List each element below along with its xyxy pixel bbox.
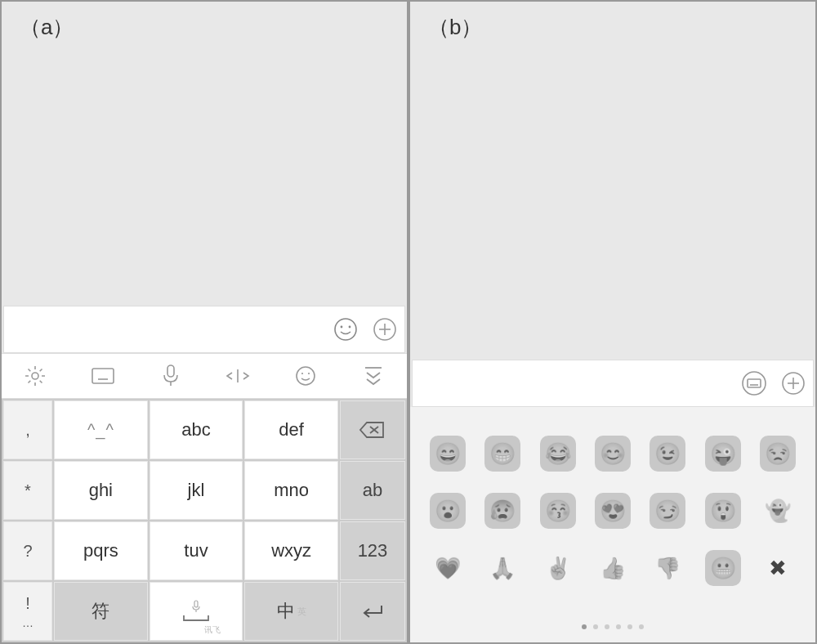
page-dot[interactable] xyxy=(593,624,598,629)
emoji-item[interactable]: 😬 xyxy=(705,550,741,586)
svg-point-24 xyxy=(743,372,766,395)
key-def[interactable]: def xyxy=(244,400,338,459)
side-key-question[interactable]: ? xyxy=(3,521,52,580)
t9-keypad: , ^_^ abc def * ghi jkl mno ab ? pqrs tu… xyxy=(2,399,407,642)
keyboard-toggle-button[interactable] xyxy=(734,364,774,403)
page-dot[interactable] xyxy=(639,624,644,629)
page-dot[interactable] xyxy=(616,624,621,629)
message-input-row-b xyxy=(412,360,814,407)
key-space[interactable]: 讯飞 xyxy=(150,582,243,641)
key-tuv[interactable]: tuv xyxy=(150,521,243,580)
key-123[interactable]: 123 xyxy=(340,521,405,580)
space-icon xyxy=(181,613,211,623)
cursor-button[interactable] xyxy=(204,366,272,386)
plus-icon xyxy=(780,370,806,396)
key-enter[interactable] xyxy=(340,582,405,641)
emoji-item[interactable]: 👻 xyxy=(760,493,796,529)
add-button-b[interactable] xyxy=(774,364,813,403)
smile-icon xyxy=(333,316,359,342)
key-language[interactable]: 中 英 xyxy=(244,582,338,641)
page-indicator xyxy=(425,616,801,629)
mic-small-icon xyxy=(191,600,201,613)
panel-a-content xyxy=(2,2,407,306)
svg-rect-7 xyxy=(92,369,114,383)
panel-b-content xyxy=(410,2,815,360)
svg-rect-22 xyxy=(194,601,198,607)
svg-point-18 xyxy=(308,373,310,374)
panel-b: （b） 😄 😁 😂 😊 😉 😜 � xyxy=(408,0,817,644)
settings-button[interactable] xyxy=(2,364,69,387)
emoji-item[interactable]: 😁 xyxy=(484,436,520,472)
emoji-item[interactable]: 😄 xyxy=(430,436,466,472)
key-abc[interactable]: abc xyxy=(150,400,243,459)
key-ghi[interactable]: ghi xyxy=(54,461,148,520)
emoji-item[interactable]: 😉 xyxy=(650,436,685,472)
emoji-panel: 😄 😁 😂 😊 😉 😜 😒 😮 😰 😚 😍 😏 😲 👻 💗 🙏 ✌ 👍 👎 😬 … xyxy=(410,407,815,642)
message-input[interactable] xyxy=(9,311,326,347)
emoji-item[interactable]: 😲 xyxy=(705,493,741,529)
keyboard-round-icon xyxy=(740,369,768,397)
svg-point-0 xyxy=(335,319,356,340)
key-ab[interactable]: ab xyxy=(340,461,405,520)
svg-rect-13 xyxy=(167,365,174,377)
emoji-item[interactable]: 😍 xyxy=(595,493,631,529)
smile-outline-icon xyxy=(294,364,317,387)
emoji-delete[interactable]: ✖ xyxy=(760,550,796,586)
emoji-toggle-button[interactable] xyxy=(326,310,365,349)
gear-icon xyxy=(24,364,47,387)
emoji-item[interactable]: 😮 xyxy=(430,493,466,529)
chevrons-down-icon xyxy=(362,365,385,387)
message-input-b[interactable] xyxy=(417,366,730,400)
page-dot[interactable] xyxy=(582,624,587,629)
key-pqrs[interactable]: pqrs xyxy=(54,521,148,580)
voice-button[interactable] xyxy=(136,364,204,388)
emoji-item[interactable]: 👍 xyxy=(595,550,631,586)
svg-point-2 xyxy=(349,326,351,329)
emoji-item[interactable]: ✌ xyxy=(540,550,576,586)
emoji-grid-rows: 😄 😁 😂 😊 😉 😜 😒 😮 😰 😚 😍 😏 😲 👻 💗 🙏 ✌ 👍 👎 😬 … xyxy=(425,428,801,616)
side-key-asterisk[interactable]: * xyxy=(3,461,52,520)
side-key-exclaim[interactable]: ! … xyxy=(3,582,52,641)
emoji-item[interactable]: 💗 xyxy=(430,550,466,586)
mic-icon xyxy=(162,364,180,388)
key-jkl[interactable]: jkl xyxy=(150,461,243,520)
ime-toolbar xyxy=(2,353,407,399)
svg-point-6 xyxy=(32,373,38,379)
emoji-item[interactable]: 😂 xyxy=(540,436,576,472)
enter-icon xyxy=(360,602,385,620)
emoji-item[interactable]: 😏 xyxy=(650,493,685,529)
message-input-row xyxy=(3,306,405,353)
emoji-item[interactable]: 😊 xyxy=(595,436,631,472)
key-backspace[interactable] xyxy=(340,400,405,459)
key-symbols[interactable]: 符 xyxy=(54,582,148,641)
backspace-icon xyxy=(359,420,386,440)
emoji-item[interactable]: 😒 xyxy=(760,436,796,472)
add-button[interactable] xyxy=(365,310,404,349)
keyboard-icon xyxy=(91,367,115,385)
collapse-button[interactable] xyxy=(339,365,407,387)
page-dot[interactable] xyxy=(605,624,609,629)
key-wxyz[interactable]: wxyz xyxy=(244,521,338,580)
emoji-item[interactable]: 😜 xyxy=(705,436,741,472)
svg-rect-25 xyxy=(748,379,761,387)
panel-a-label: （a） xyxy=(20,13,74,42)
key-emoticon[interactable]: ^_^ xyxy=(54,400,148,459)
page-dot[interactable] xyxy=(627,624,632,629)
emoji-button[interactable] xyxy=(272,364,340,387)
svg-point-1 xyxy=(341,326,343,329)
emoji-item[interactable]: 😚 xyxy=(540,493,576,529)
svg-point-17 xyxy=(301,373,303,374)
panel-b-label: （b） xyxy=(428,13,482,42)
emoji-item[interactable]: 🙏 xyxy=(484,550,520,586)
side-key-comma[interactable]: , xyxy=(3,400,52,459)
key-mno[interactable]: mno xyxy=(244,461,338,520)
keyboard-layout-button[interactable] xyxy=(69,367,137,385)
panel-a: （a） xyxy=(0,0,408,644)
emoji-item[interactable]: 👎 xyxy=(650,550,685,586)
cursor-icon xyxy=(224,366,252,386)
emoji-item[interactable]: 😰 xyxy=(484,493,520,529)
plus-icon xyxy=(372,316,398,342)
svg-point-16 xyxy=(297,367,315,385)
